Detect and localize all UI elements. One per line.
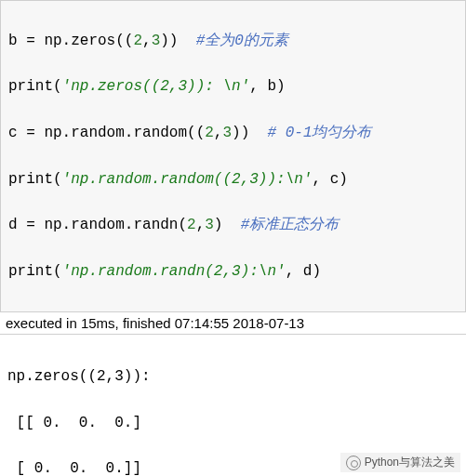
number-literal: 2 (205, 125, 214, 141)
code-text: print( (8, 78, 62, 95)
code-line-6: print('np.random.randn(2,3):\n', d) (8, 260, 458, 284)
string-literal: 'np.random.random((2,3)):\n' (62, 171, 313, 188)
comma: , (214, 125, 223, 141)
code-text: )) (232, 125, 267, 141)
code-text: c = np.random.random(( (8, 125, 205, 141)
output-line: np.zeros((2,3)): (7, 365, 459, 389)
string-literal: 'np.random.randn(2,3):\n' (62, 263, 286, 280)
code-line-5: d = np.random.randn(2,3) #标准正态分布 (8, 214, 458, 237)
code-text: print( (8, 171, 62, 188)
code-line-3: c = np.random.random((2,3)) # 0-1均匀分布 (8, 122, 458, 145)
code-text: ) (214, 217, 241, 233)
watermark-icon (346, 456, 361, 470)
comma: , (142, 33, 152, 49)
code-text: , b) (249, 78, 285, 95)
comma: , (196, 217, 206, 233)
comment: #全为0的元素 (196, 33, 288, 49)
code-text: , c) (312, 171, 347, 188)
execution-status: executed in 15ms, finished 07:14:55 2018… (0, 312, 466, 335)
code-line-1: b = np.zeros((2,3)) #全为0的元素 (8, 30, 458, 53)
comment: #标准正态分布 (241, 217, 340, 233)
code-text: , d) (286, 263, 321, 280)
code-line-2: print('np.zeros((2,3)): \n', b) (8, 75, 458, 99)
string-literal: 'np.zeros((2,3)): \n' (62, 78, 250, 95)
code-text: b = np.zeros(( (8, 33, 133, 49)
number-literal: 3 (152, 33, 161, 49)
number-literal: 2 (187, 217, 196, 233)
code-line-4: print('np.random.random((2,3)):\n', c) (8, 168, 458, 192)
number-literal: 3 (222, 125, 232, 141)
comment: # 0-1均匀分布 (267, 125, 371, 141)
output-line: [[ 0. 0. 0.] (7, 412, 459, 435)
code-text: print( (8, 263, 62, 280)
code-text: )) (160, 33, 195, 49)
watermark: Python与算法之美 (340, 453, 460, 472)
number-literal: 3 (205, 217, 214, 233)
code-cell: b = np.zeros((2,3)) #全为0的元素 print('np.ze… (0, 0, 466, 312)
number-literal: 2 (133, 33, 142, 49)
code-text: d = np.random.randn( (8, 217, 187, 233)
watermark-text: Python与算法之美 (365, 455, 455, 470)
